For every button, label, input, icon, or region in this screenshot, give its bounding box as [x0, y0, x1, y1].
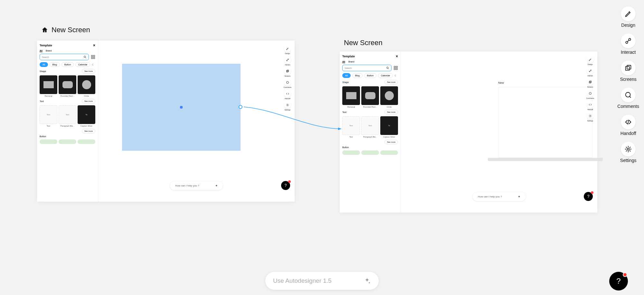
tab-all-2[interactable]: All — [342, 61, 345, 63]
help-button-2[interactable]: ? — [584, 192, 593, 201]
mini-interact-icon[interactable] — [284, 56, 291, 63]
close-icon[interactable]: × — [93, 43, 95, 48]
text-item-1b[interactable]: TextText — [342, 116, 360, 138]
screen-frame-2[interactable]: Template × All Brand Search All Blog But… — [340, 52, 597, 213]
chip-all[interactable]: All — [40, 62, 48, 67]
template-title: Template — [40, 44, 52, 47]
chip-more[interactable]: C — [92, 63, 93, 66]
shape-rectangle-2[interactable]: Rectangl — [342, 86, 360, 108]
see-more-shape-2[interactable]: See more — [384, 80, 398, 84]
mini-comments-icon[interactable] — [284, 79, 291, 86]
screens-icon[interactable] — [621, 61, 636, 75]
see-more-text-2c[interactable]: See more — [384, 140, 398, 144]
global-notification-dot — [623, 272, 627, 277]
assistant-prompt-2[interactable]: How can I help you ? ✦ — [473, 192, 526, 201]
assistant-prompt[interactable]: How can I help you ? ✦ — [170, 181, 223, 190]
search-input[interactable]: Search — [40, 54, 89, 60]
chip-all-2[interactable]: All — [342, 73, 351, 78]
rectangle-element[interactable] — [122, 64, 241, 151]
mini-screens-icon-2[interactable] — [587, 79, 594, 86]
mini-settings-icon[interactable] — [284, 101, 291, 109]
svg-rect-10 — [287, 70, 289, 71]
tab-brand[interactable]: Brand — [46, 50, 52, 52]
grid-toggle-icon-2[interactable] — [393, 66, 398, 70]
button-template-3b[interactable] — [380, 150, 398, 155]
see-more-text-2b[interactable]: See more — [384, 110, 398, 114]
frame-2-title-bar: New Screen — [344, 39, 383, 47]
autodesigner-placeholder: Use Autodesigner 1.5 — [273, 277, 332, 284]
chip-button[interactable]: Button — [62, 62, 74, 67]
global-help-button[interactable]: ? — [609, 272, 628, 290]
shape-circle[interactable]: Circle — [78, 75, 95, 97]
button-template-1[interactable] — [40, 139, 57, 144]
section-text-label: Text — [40, 100, 44, 102]
mini-design-icon-2[interactable] — [587, 56, 594, 63]
connector-handle[interactable] — [239, 105, 242, 109]
preview-frame[interactable] — [498, 87, 592, 158]
see-more-text-2[interactable]: See more — [82, 129, 95, 133]
sidebar-label-screens: Screens — [620, 77, 636, 82]
mini-sidebar-1: Design Interact Screens Comments Handoff… — [284, 45, 291, 111]
svg-rect-4 — [91, 57, 93, 59]
autodesigner-input[interactable]: Use Autodesigner 1.5 — [265, 272, 379, 290]
button-template-2[interactable] — [59, 139, 76, 144]
text-item-2[interactable]: TextParagraph Bla .. — [59, 105, 76, 127]
svg-point-0 — [84, 56, 86, 58]
text-item-1[interactable]: TextText — [40, 105, 57, 127]
grid-toggle-icon[interactable] — [91, 55, 95, 59]
mini-interact-icon-2[interactable] — [587, 67, 594, 74]
chip-button-2[interactable]: Button — [364, 73, 376, 78]
assistant-prompt-text: How can I help you ? — [175, 184, 199, 187]
shape-rounded-rect-2[interactable]: Rounded Rect .. — [361, 86, 379, 108]
gear-icon[interactable] — [621, 142, 636, 157]
mini-comments-icon-2[interactable] — [587, 90, 594, 97]
shape-rounded-rect[interactable]: Rounded Rect .. — [59, 75, 76, 97]
see-more-shape[interactable]: See more — [82, 69, 95, 73]
shape-circle-2[interactable]: Circle — [380, 86, 398, 108]
sidebar-label-comments: Comments — [617, 104, 639, 109]
text-item-2b[interactable]: TextParagraph Bla .. — [361, 116, 379, 138]
svg-line-21 — [590, 71, 591, 71]
section-button-label: Button — [40, 135, 95, 138]
frame-1-title: New Screen — [52, 26, 90, 34]
text-item-3b[interactable]: TeCaption Silver — [380, 116, 398, 138]
sidebar-label-settings: Settings — [620, 158, 637, 163]
sparkle-icon-2: ✦ — [518, 195, 520, 198]
chip-blog-2[interactable]: Blog — [352, 73, 363, 78]
mini-handoff-icon[interactable] — [284, 90, 291, 97]
button-template-2b[interactable] — [361, 150, 379, 155]
sidebar-label-design: Design — [621, 23, 635, 28]
chip-blog[interactable]: Blog — [50, 62, 60, 67]
svg-rect-9 — [287, 71, 288, 72]
canvas-area-1[interactable]: How can I help you ? ✦ ? Design Interact… — [98, 41, 295, 202]
pencil-icon[interactable] — [621, 6, 636, 21]
code-icon[interactable] — [621, 115, 636, 129]
mini-screens-icon[interactable] — [284, 68, 291, 75]
tab-all[interactable]: All — [40, 50, 43, 52]
tab-brand-2[interactable]: Brand — [348, 61, 355, 63]
connect-icon[interactable] — [621, 33, 636, 48]
canvas-area-2[interactable]: New How can I help you ? ✦ ? Design Inte… — [401, 52, 597, 213]
button-template-3[interactable] — [78, 139, 95, 144]
svg-point-31 — [626, 92, 630, 97]
mini-settings-icon-2[interactable] — [587, 112, 594, 119]
chip-more-2[interactable]: C — [394, 74, 396, 77]
svg-line-32 — [630, 97, 631, 98]
svg-point-12 — [287, 105, 288, 106]
chip-calendar[interactable]: Calendar — [75, 62, 90, 67]
close-icon-2[interactable]: × — [396, 54, 398, 59]
mini-handoff-icon-2[interactable] — [587, 101, 594, 108]
button-template-1b[interactable] — [342, 150, 360, 155]
sparkle-icon: ✦ — [215, 184, 218, 187]
chip-calendar-2[interactable]: Calendar — [378, 73, 393, 78]
mini-design-icon[interactable] — [284, 45, 291, 52]
shape-rectangle[interactable]: Rectangl — [40, 75, 57, 97]
help-button[interactable]: ? — [281, 181, 290, 190]
screen-frame-1[interactable]: Template × All Brand Search All Blog But… — [37, 41, 295, 202]
comment-icon[interactable] — [621, 88, 636, 102]
svg-rect-2 — [91, 55, 93, 57]
notification-dot — [288, 180, 291, 183]
see-more-text[interactable]: See more — [82, 99, 95, 103]
search-input-2[interactable]: Search — [342, 65, 392, 71]
text-item-3[interactable]: TeCaption Silver — [78, 105, 95, 127]
